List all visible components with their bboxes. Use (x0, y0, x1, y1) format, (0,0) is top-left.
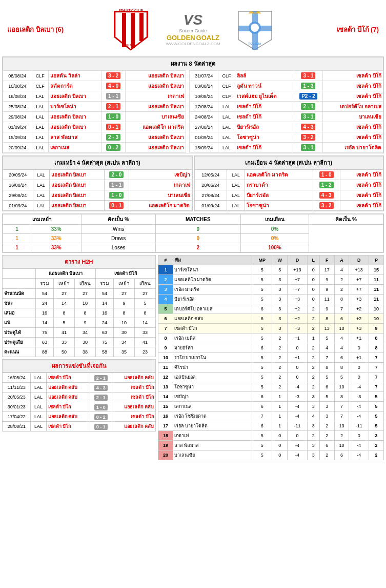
h2h-section: ตาราง H2H แอธเลติก บิลเบา เซลต้า บีโก้ ร… (2, 255, 156, 460)
h2h-results-section: ผลการแข่งขันที่เจอกัน 16/05/24 LAL เซลต้… (2, 359, 156, 432)
match-away-right: บาเลนเซีย (322, 112, 383, 122)
col-w: W (272, 256, 288, 265)
standings-row: 2 แอตเลติโก มาดริด 5 3 +7 0 9 2 +7 11 (158, 275, 384, 285)
match-comp-right: LAL (218, 122, 235, 132)
standings-row: 7 เซลต้า บีโก 5 3 +3 2 13 10 +3 9 (158, 324, 384, 334)
h2h-title: ตาราง H2H (2, 255, 156, 268)
match-away-right: เซลต้า บีโก้ (322, 122, 383, 132)
match-score-left: 0 - 1 (101, 122, 125, 132)
match-score-left: 1 - 0 (101, 112, 125, 122)
col-a: A (334, 256, 349, 265)
match-comp-right: LAL (218, 143, 235, 153)
h2h-result-row: 28/08/21 LAL เซลต้า บีโก 0 - 1 แอธเลติก … (3, 422, 156, 432)
standings-table: # ทีม MP W D L F A D P 1 บาร์เซโลน่า 5 5… (158, 255, 384, 460)
h2h-cel-header: เซลต้า บีโก้ (95, 269, 155, 279)
match-home-right: เซลต้า บีโก้ (235, 143, 294, 153)
h2h-stat-row: แพ้ 14 5 9 24 10 14 (3, 318, 156, 328)
svg-text:ATHLETIC CLUB: ATHLETIC CLUB (119, 9, 144, 12)
standings-section: # ทีม MP W D L F A D P 1 บาร์เซโลน่า 5 5… (158, 255, 384, 460)
away-last4-title: เกมเยือน 4 นัดล่าสุด (สเปน ลาลีกา) (194, 156, 384, 169)
svg-text:RC CELTA: RC CELTA (248, 42, 261, 45)
team-left-title: แอธเลติก บิลเบา (6) (7, 24, 112, 35)
performance-table: เกมเหย้า คิดเป็น % MATCHES เกมเยือน คิดเ… (3, 214, 383, 252)
match-away-right: เซลต้า บีโก้ (322, 81, 383, 91)
perf-right-header: เกมเยือน (240, 214, 309, 225)
divider (186, 122, 189, 132)
match-away-left: แอธเลติก บิลเบา (125, 143, 186, 153)
match-comp-left: LAL (32, 122, 48, 132)
standings-row: 13 โอซาซูน่า 5 2 -4 2 6 10 -4 7 (158, 382, 384, 392)
h2h-stat-row: ประตูเสีย 63 33 30 75 34 41 (3, 338, 156, 347)
h2h-table: แอธเลติก บิลเบา เซลต้า บีโก้ รวม เหย้า เ… (2, 268, 156, 357)
match-away-right: เซลต้า บีโก้ (322, 132, 383, 143)
home-last4-row: 20/05/24 LAL แอธเลติก บิลเบา 2 - 0 เซบีญ… (3, 170, 192, 180)
match-away-right: เดปอร์ตีโบ อลาเบส (322, 102, 383, 112)
match-home-left: แอสตัน วิลล่า (48, 71, 101, 81)
svg-rect-3 (122, 13, 126, 47)
standings-row: 16 เรอัล โซซิเยดาด 7 1 -4 4 3 7 -4 5 (158, 411, 384, 421)
match-score-left: 2 - 1 (101, 102, 125, 112)
last8-row: 29/08/24 LAL แอธเลติก บิลเบา 1 - 0 บาเลน… (3, 112, 383, 122)
match-comp-right: CLF (218, 71, 235, 81)
right-draws: 0 (155, 234, 240, 243)
divider (186, 143, 189, 153)
standings-row: 17 เรอัล บายาโดลิด 6 1 -11 3 2 13 -11 5 (158, 421, 384, 431)
match-score-right: 2 - 1 (294, 102, 322, 112)
h2h-stat-row: คะแนน 88 50 38 58 35 23 (3, 347, 156, 357)
match-date-left: 08/08/24 (3, 71, 32, 81)
away-last4-row: 12/05/24 LAL แอตเลติโก มาดริด 1 - 0 เซลต… (194, 170, 383, 180)
match-home-left: แอธเลติก บิลเบา (48, 122, 101, 132)
home-last4-section: เกมเหย้า 4 นัดล่าสุด (สเปน ลาลีกา) 20/05… (2, 155, 193, 211)
match-date-left: 16/08/24 (3, 91, 32, 102)
match-comp-left: CLF (32, 71, 48, 81)
col-team: ทีม (173, 256, 252, 265)
standings-row: 14 เซบีญ่า 6 1 -3 3 5 8 -3 5 (158, 392, 384, 402)
match-date-right: 27/08/24 (189, 122, 218, 132)
perf-matches-header: MATCHES (155, 214, 240, 225)
match-score-right: 1 - 3 (294, 81, 322, 91)
match-away-left: แอตเลติโก มาดริด (125, 122, 186, 132)
col-mp: MP (252, 256, 272, 265)
standings-row: 1 บาร์เซโลน่า 5 5 +13 0 17 4 +13 15 (158, 265, 384, 275)
match-away-right: เรอัล บายาโดลิด (322, 143, 383, 153)
loses-label: Loses (82, 243, 156, 252)
divider (186, 81, 189, 91)
h2h-stat-row: จำนวนนัด 54 27 27 54 27 27 (3, 289, 156, 299)
last4-container: เกมเหย้า 4 นัดล่าสุด (สเปน ลาลีกา) 20/05… (2, 155, 384, 211)
divider (186, 71, 189, 81)
match-score-right: 4 - 3 (294, 122, 322, 132)
match-comp-right: LAL (218, 112, 235, 122)
standings-row: 18 เกตาเฟ 5 0 0 2 2 2 0 3 (158, 431, 384, 441)
left-draws-pct: 33% (31, 234, 82, 243)
main-container: แอธเลติก บิลเบา (6) ATHLETIC CLUB BILBAO… (0, 0, 386, 462)
performance-section: เกมเหย้า คิดเป็น % MATCHES เกมเยือน คิดเ… (2, 213, 384, 253)
match-home-right: เซลต้า บีโก้ (235, 112, 294, 122)
right-draws-pct: 0% (240, 234, 309, 243)
divider (186, 132, 189, 143)
left-wins: 1 (3, 225, 31, 234)
brand-url: WWW.GOLDENGOALZ.COM (166, 42, 220, 47)
h2h-home-header2: เหย้า (114, 279, 135, 289)
last8-row: 01/09/24 LAL แอธเลติก บิลเบา 0 - 1 แอตเล… (3, 122, 383, 132)
last8-row: 16/08/24 LAL แอธเลติก บิลเบา 1 - 1 เกตาเ… (3, 91, 383, 102)
standings-row: 5 เดปอร์ตีโบ อลาเบส 6 3 +2 2 9 7 +2 10 (158, 304, 384, 314)
last8-row: 15/09/24 LAL ลาส พัลมาส 2 - 3 แอธเลติก บ… (3, 132, 383, 143)
h2h-total-header: รวม (35, 279, 53, 289)
h2h-home-header: เหย้า (54, 279, 75, 289)
match-away-right: เซลต้า บีโก้ (322, 71, 383, 81)
perf-middle-header: คิดเป็น % (82, 214, 156, 225)
divider (186, 102, 189, 112)
right-wins: 0 (155, 225, 240, 234)
standings-row: 20 บาเลนเซีย 5 0 -4 3 2 6 -4 2 (158, 450, 384, 460)
away-last4-section: เกมเยือน 4 นัดล่าสุด (สเปน ลาลีกา) 12/05… (194, 155, 384, 211)
col-diff: D (349, 256, 369, 265)
last8-table: 08/08/24 CLF แอสตัน วิลล่า 3 - 2 แอธเลติ… (3, 70, 383, 153)
h2h-label-header (3, 269, 36, 279)
col-f: F (319, 256, 334, 265)
svg-point-13 (251, 24, 259, 32)
last8-section: ผลงาน 8 นัดล่าสุด 08/08/24 CLF แอสตัน วิ… (2, 56, 384, 153)
home-last4-row: 01/09/24 LAL แอธเลติก บิลเบา 0 - 1 แอตเล… (3, 201, 192, 211)
match-date-left: 01/09/24 (3, 122, 32, 132)
right-wins-pct: 0% (240, 225, 309, 234)
brand-goalz: GOALZ (196, 34, 220, 42)
